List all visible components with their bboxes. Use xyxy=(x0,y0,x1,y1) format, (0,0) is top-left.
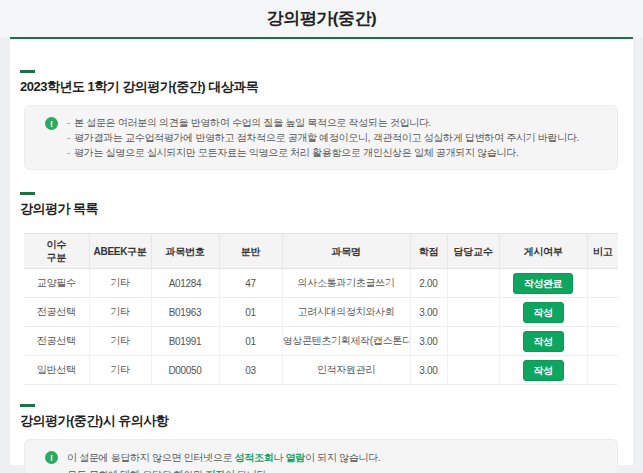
bullet-dash: - xyxy=(67,132,70,143)
cell-name: 고려시대의정치와사회 xyxy=(282,298,410,327)
section-title-caution: 강의평가(중간)시 유의사항 xyxy=(20,412,623,430)
notice-text: 나 xyxy=(273,452,285,463)
notice-text: 이 되지 않습니다. xyxy=(305,452,380,463)
notice-line: 이 설문에 응답하지 않으면 인터넷으로 성적조회나 열람이 되지 않습니다. xyxy=(67,449,380,466)
page-title: 강의평가(중간) xyxy=(267,7,376,30)
cell-section: 01 xyxy=(219,327,282,356)
write-button[interactable]: 작성 xyxy=(523,360,564,381)
bullet-dash: - xyxy=(67,117,70,128)
course-row: 일반선택기타D0005003인적자원관리3.00작성 xyxy=(24,356,618,385)
cell-professor xyxy=(447,298,499,327)
cell-abeek: 기타 xyxy=(89,356,151,385)
info-icon: ! xyxy=(45,451,58,464)
column-header-credits: 학점 xyxy=(410,234,447,269)
title-band: 강의평가(중간) xyxy=(0,0,643,37)
column-header-category: 이수 구분 xyxy=(24,234,89,269)
column-header-section: 분반 xyxy=(219,234,282,269)
cell-code: B01991 xyxy=(151,327,219,356)
content-card: 2023학년도 1학기 강의평가(중간) 대상과목 ! -본 설문은 여러분의 … xyxy=(10,37,633,465)
section-title-target-courses: 2023학년도 1학기 강의평가(중간) 대상과목 xyxy=(20,78,623,96)
cell-name: 인적자원관리 xyxy=(282,356,410,385)
notice-text: 모든 문항에 대해 응답을 해야만 xyxy=(67,469,206,473)
section-evaluation-list: 강의평가 목록 이수 구분ABEEK구분과목번호분반과목명학점담당교수게시여부비… xyxy=(20,170,623,385)
cell-note xyxy=(587,269,618,298)
bullet-dash: - xyxy=(67,147,70,158)
cell-section: 47 xyxy=(219,269,282,298)
cell-code: D00050 xyxy=(151,356,219,385)
course-evaluation-page: 강의평가(중간) 2023학년도 1학기 강의평가(중간) 대상과목 ! -본 … xyxy=(0,0,643,473)
column-header-note: 비고 xyxy=(587,234,618,269)
column-header-abeek: ABEEK구분 xyxy=(89,234,151,269)
section-dash xyxy=(20,70,35,73)
write-button[interactable]: 작성 xyxy=(523,302,564,323)
info-icon: ! xyxy=(45,117,58,130)
cell-credits: 3.00 xyxy=(410,298,447,327)
highlighted-term: 저장 xyxy=(206,469,225,473)
section-caution: 강의평가(중간)시 유의사항 ! 이 설문에 응답하지 않으면 인터넷으로 성적… xyxy=(20,385,623,473)
notice-line: -본 설문은 여러분의 의견을 반영하여 수업의 질을 높일 목적으로 작성되는… xyxy=(67,115,579,130)
cell-professor xyxy=(447,269,499,298)
course-row: 전공선택기타B0199101영상콘텐츠기획제작(캡스톤디자인)3.00작성 xyxy=(24,327,618,356)
intro-notice-box: ! -본 설문은 여러분의 의견을 반영하여 수업의 질을 높일 목적으로 작성… xyxy=(24,105,618,170)
cell-credits: 3.00 xyxy=(410,356,447,385)
write-complete-button[interactable]: 작성완료 xyxy=(513,273,573,294)
course-row: 전공선택기타B0196301고려시대의정치와사회3.00작성 xyxy=(24,298,618,327)
notice-text: 이 설문에 응답하지 않으면 인터넷으로 xyxy=(67,452,235,463)
cell-credits: 3.00 xyxy=(410,327,447,356)
cell-note xyxy=(587,298,618,327)
cell-professor xyxy=(447,327,499,356)
section-title-evaluation-list: 강의평가 목록 xyxy=(20,200,623,218)
course-table-header: 이수 구분ABEEK구분과목번호분반과목명학점담당교수게시여부비고 xyxy=(24,234,618,269)
section-dash xyxy=(20,404,35,407)
cell-section: 03 xyxy=(219,356,282,385)
column-header-professor: 담당교수 xyxy=(447,234,499,269)
notice-line: 모든 문항에 대해 응답을 해야만 저장이 됩니다. xyxy=(67,466,380,473)
cell-name: 의사소통과기초글쓰기 xyxy=(282,269,410,298)
cell-category: 전공선택 xyxy=(24,327,89,356)
cell-note xyxy=(587,327,618,356)
notice-text: 이 됩니다. xyxy=(225,469,269,473)
course-table: 이수 구분ABEEK구분과목번호분반과목명학점담당교수게시여부비고 교양필수기타… xyxy=(24,233,618,385)
cell-note xyxy=(587,356,618,385)
cell-professor xyxy=(447,356,499,385)
section-target-courses: 2023학년도 1학기 강의평가(중간) 대상과목 ! -본 설문은 여러분의 … xyxy=(20,39,623,170)
cell-category: 일반선택 xyxy=(24,356,89,385)
cell-category: 교양필수 xyxy=(24,269,89,298)
cell-category: 전공선택 xyxy=(24,298,89,327)
cell-code: B01963 xyxy=(151,298,219,327)
cell-abeek: 기타 xyxy=(89,269,151,298)
intro-notice-list: -본 설문은 여러분의 의견을 반영하여 수업의 질을 높일 목적으로 작성되는… xyxy=(67,115,579,160)
highlighted-term: 성적조회 xyxy=(235,452,274,463)
course-row: 교양필수기타A0128447의사소통과기초글쓰기2.00작성완료 xyxy=(24,269,618,298)
caution-notice-list: 이 설문에 응답하지 않으면 인터넷으로 성적조회나 열람이 되지 않습니다.모… xyxy=(67,449,380,473)
notice-line: -평가는 실명으로 실시되지만 모든자료는 익명으로 처리 활용함으로 개인신상… xyxy=(67,145,579,160)
cell-name: 영상콘텐츠기획제작(캡스톤디자인) xyxy=(282,327,410,356)
notice-line: -평가결과는 교수업적평가에 반영하고 점차적으로 공개할 예정이오니, 객관적… xyxy=(67,130,579,145)
highlighted-term: 열람 xyxy=(286,452,305,463)
cell-abeek: 기타 xyxy=(89,298,151,327)
cell-abeek: 기타 xyxy=(89,327,151,356)
cell-code: A01284 xyxy=(151,269,219,298)
section-dash xyxy=(20,192,35,195)
column-header-name: 과목명 xyxy=(282,234,410,269)
cell-posted: 작성완료 xyxy=(499,269,587,298)
column-header-posted: 게시여부 xyxy=(499,234,587,269)
cell-posted: 작성 xyxy=(499,327,587,356)
cell-posted: 작성 xyxy=(499,298,587,327)
write-button[interactable]: 작성 xyxy=(523,331,564,352)
column-header-code: 과목번호 xyxy=(151,234,219,269)
cell-section: 01 xyxy=(219,298,282,327)
cell-posted: 작성 xyxy=(499,356,587,385)
cell-credits: 2.00 xyxy=(410,269,447,298)
caution-notice-box: ! 이 설문에 응답하지 않으면 인터넷으로 성적조회나 열람이 되지 않습니다… xyxy=(24,439,618,473)
